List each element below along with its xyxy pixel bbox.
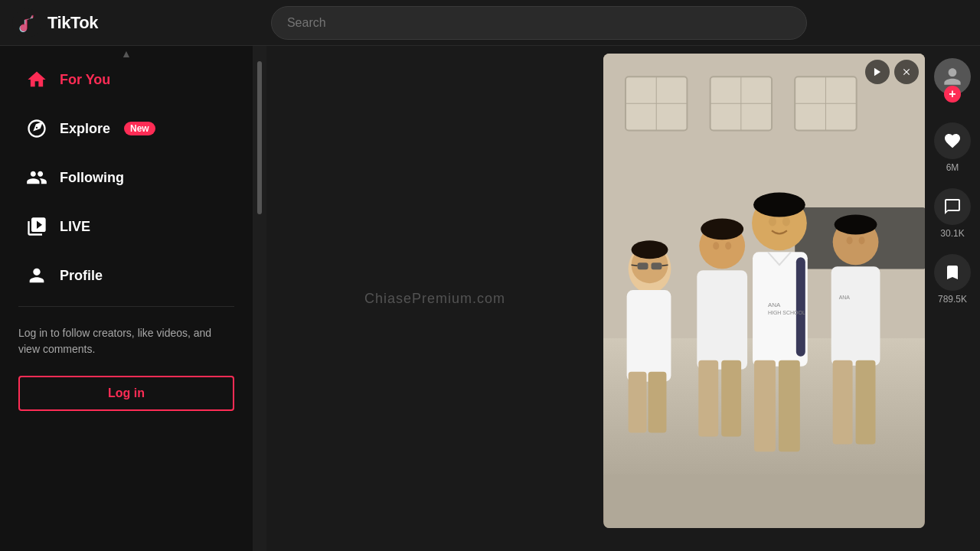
svg-rect-30	[697, 270, 747, 370]
search-bar	[271, 6, 807, 40]
home-icon	[24, 67, 49, 92]
close-button[interactable]	[894, 60, 919, 84]
svg-point-44	[859, 236, 865, 244]
watermark-text: ChiasePremium.com	[364, 291, 505, 307]
video-controls	[865, 60, 919, 84]
live-label: LIVE	[60, 219, 90, 235]
sidebar-item-profile[interactable]: Profile	[6, 253, 247, 298]
bookmark-button[interactable]	[934, 254, 971, 291]
search-input[interactable]	[271, 6, 807, 40]
header: TikTok	[0, 0, 980, 46]
watermark-area: ChiasePremium.com	[266, 46, 603, 551]
profile-label: Profile	[60, 268, 103, 284]
svg-rect-25	[648, 372, 667, 433]
like-button[interactable]	[934, 122, 971, 159]
sidebar-divider	[18, 306, 234, 307]
svg-rect-32	[721, 360, 741, 437]
scroll-up-indicator[interactable]: ▲	[121, 46, 132, 61]
svg-point-43	[847, 236, 853, 244]
svg-rect-23	[627, 290, 671, 382]
svg-point-36	[782, 217, 790, 226]
scrollbar-track[interactable]	[253, 46, 266, 551]
svg-rect-31	[698, 360, 718, 437]
svg-point-34	[753, 193, 805, 217]
svg-line-21	[632, 265, 638, 266]
sidebar-item-explore[interactable]: Explore New	[6, 106, 247, 152]
svg-marker-51	[874, 68, 880, 77]
main-layout: ▲ For You Explore New Following	[0, 46, 980, 551]
new-badge: New	[124, 122, 155, 135]
explore-label: Explore	[60, 121, 110, 137]
avatar-container: +	[934, 58, 971, 95]
comment-count: 30.1K	[940, 228, 964, 239]
sidebar: ▲ For You Explore New Following	[0, 46, 253, 551]
login-button[interactable]: Log in	[18, 376, 234, 411]
svg-point-27	[701, 218, 743, 240]
svg-rect-47	[856, 360, 876, 445]
svg-rect-20	[652, 262, 662, 269]
svg-rect-45	[831, 266, 880, 366]
bookmark-count: 789.5K	[938, 294, 967, 305]
scrollbar-thumb[interactable]	[257, 61, 262, 214]
svg-point-28	[713, 242, 719, 249]
sidebar-item-for-you[interactable]: For You	[6, 57, 247, 103]
svg-rect-15	[604, 474, 925, 528]
svg-rect-40	[779, 360, 800, 452]
compass-icon	[24, 116, 49, 141]
following-label: Following	[60, 170, 124, 186]
sidebar-item-following[interactable]: Following	[6, 155, 247, 201]
logo-area: TikTok	[12, 8, 98, 37]
profile-icon	[24, 263, 49, 288]
sidebar-item-live[interactable]: LIVE	[6, 204, 247, 249]
svg-point-29	[725, 242, 731, 249]
svg-text:ANA: ANA	[839, 295, 851, 300]
right-actions: + 6M 30.1K 789.5K	[925, 46, 980, 551]
svg-rect-24	[629, 372, 647, 433]
svg-line-22	[662, 265, 668, 266]
svg-point-18	[632, 240, 668, 259]
live-icon	[24, 214, 49, 239]
tiktok-logo-icon	[12, 8, 41, 37]
logo-text: TikTok	[47, 13, 98, 33]
svg-rect-46	[833, 360, 853, 445]
svg-rect-38	[796, 257, 805, 357]
svg-rect-39	[754, 360, 776, 452]
for-you-label: For You	[60, 72, 110, 88]
svg-text:ANA: ANA	[768, 302, 781, 308]
svg-point-35	[769, 217, 776, 226]
video-thumbnail: ANA HIGH SCHOOL ANA	[603, 54, 925, 528]
video-container: ANA HIGH SCHOOL ANA	[603, 54, 925, 528]
svg-point-42	[835, 214, 877, 234]
users-icon	[24, 165, 49, 190]
play-button[interactable]	[865, 60, 890, 84]
svg-rect-19	[638, 262, 648, 269]
content-area: ChiasePremium.com	[266, 46, 980, 551]
comment-button[interactable]	[934, 188, 971, 225]
svg-text:HIGH SCHOOL: HIGH SCHOOL	[768, 310, 805, 315]
login-prompt: Log in to follow creators, like videos, …	[0, 313, 253, 370]
follow-plus-button[interactable]: +	[944, 86, 961, 103]
like-count: 6M	[946, 162, 959, 173]
